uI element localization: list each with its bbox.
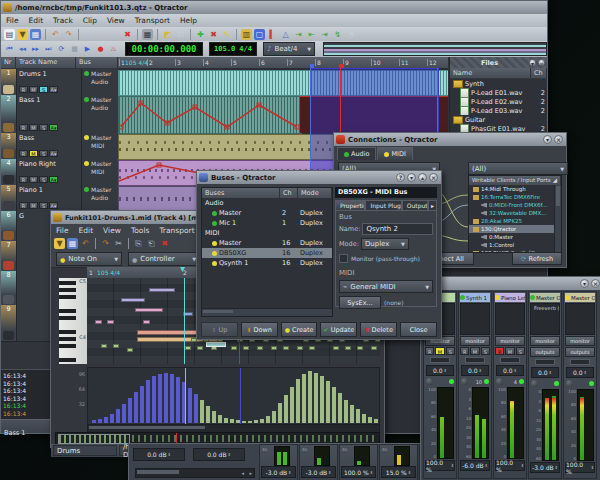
mixer-close-icon[interactable]: × — [591, 279, 600, 288]
midi-note[interactable] — [95, 320, 102, 324]
velocity-bar[interactable] — [224, 418, 228, 423]
file-item[interactable]: Guitar — [450, 115, 547, 124]
track-row[interactable]: 2Bass 1RMSA▾MasterAudio — [1, 95, 118, 134]
velocity-bar[interactable] — [290, 387, 294, 423]
strip-s-button[interactable]: S — [446, 347, 455, 355]
track-s-button[interactable]: S — [39, 124, 48, 131]
strip-r-button[interactable]: R — [460, 347, 469, 355]
editor-delete-icon[interactable]: ✖ — [159, 238, 170, 249]
editor-open-file-icon[interactable]: ▼ — [54, 238, 65, 249]
strip-s-button[interactable]: S — [481, 347, 490, 355]
pan-slider[interactable] — [465, 357, 485, 363]
gain-spinbox[interactable]: 0.0⬍ — [496, 365, 524, 376]
midi-instrument-combo[interactable]: ⌁ General MIDI▼ — [339, 280, 433, 293]
monitor-button[interactable]: monitor — [565, 336, 595, 346]
connection-node[interactable]: 0:Master — [469, 233, 561, 241]
piano-keyboard[interactable]: C5 C4 — [59, 278, 87, 364]
velocity-bar[interactable] — [122, 404, 126, 423]
editor-menu-view[interactable]: View — [98, 225, 126, 236]
bus-row[interactable]: Qsynth 116Duplex — [202, 258, 332, 268]
velocity-bar[interactable] — [206, 406, 210, 423]
pan-slider[interactable] — [500, 357, 520, 363]
black-key[interactable] — [59, 295, 76, 299]
audio-clip-bass[interactable] — [118, 96, 302, 134]
velocity-bar[interactable] — [308, 371, 312, 423]
velocity-bar[interactable] — [98, 419, 102, 423]
pan-slider[interactable] — [430, 357, 450, 363]
velocity-bar[interactable] — [104, 417, 108, 423]
mixer-strip-bottom[interactable]: 40-3.0 dB⬍ — [299, 444, 338, 480]
sysex-button[interactable]: SysEx... — [339, 296, 381, 309]
track-s-button[interactable]: S — [39, 176, 48, 183]
paste-icon[interactable]: ⎗ — [109, 29, 120, 40]
midi-note[interactable] — [113, 344, 119, 348]
gain-spinbox[interactable]: 0.0 dB⬍ — [133, 448, 185, 461]
track-s-button[interactable]: S — [39, 86, 48, 93]
track-r-button[interactable]: R — [19, 176, 28, 183]
connections-filter-right[interactable]: (All)▼ — [468, 162, 568, 175]
editor-menu-edit[interactable]: Edit — [74, 225, 99, 236]
drum-note[interactable] — [231, 346, 237, 350]
track-r-button[interactable]: R — [19, 202, 28, 209]
bus-list-hscrollbar[interactable] — [202, 308, 332, 316]
bus-row[interactable]: Master16Duplex — [202, 238, 332, 248]
editor-menu-file[interactable]: File — [51, 225, 74, 236]
delete-icon[interactable]: ✖ — [122, 29, 133, 40]
loop-set-icon[interactable]: ⇥ — [293, 29, 304, 40]
buses-help-icon[interactable]: ? — [396, 173, 405, 182]
pan-knob[interactable] — [531, 380, 538, 387]
redo-icon[interactable]: ↷ — [63, 29, 74, 40]
track-row[interactable]: 5Piano 1RMSA▾MasterAudio — [1, 185, 118, 212]
main-menu-edit[interactable]: Edit — [24, 15, 49, 26]
connection-node[interactable]: 32:Wavetable DMX... — [469, 209, 561, 217]
velocity-bar[interactable] — [272, 411, 276, 423]
mixer-strip[interactable]: Master OuFreeverb (monitoroutputs0.0⬍036… — [528, 291, 562, 479]
main-menu-view[interactable]: View — [102, 15, 130, 26]
editor-save-file-icon[interactable]: ▦ — [67, 238, 78, 249]
velocity-bar[interactable] — [140, 386, 144, 423]
connections-close-icon[interactable]: × — [554, 135, 563, 144]
connections-tab-midi[interactable]: MIDI — [377, 147, 412, 160]
velocity-bar[interactable] — [338, 393, 342, 423]
strip-value-spinbox[interactable]: 100.0 %⬍ — [341, 466, 376, 478]
velocity-bar[interactable] — [332, 387, 336, 423]
monitor-button[interactable]: monitor — [495, 336, 525, 346]
bus-row[interactable]: Audio — [202, 198, 332, 208]
tempo-display[interactable]: 105.0 4/4 — [209, 42, 257, 56]
undo-icon[interactable]: ↶ — [50, 29, 61, 40]
refresh-button[interactable]: ⟳ Refresh — [512, 252, 562, 265]
black-key[interactable] — [59, 309, 76, 313]
editor-cut-icon[interactable]: ✂ — [113, 238, 124, 249]
bus-row[interactable]: Mic 11Duplex — [202, 218, 332, 228]
velocity-bar[interactable] — [266, 416, 270, 423]
editor-redo-icon[interactable]: ↷ — [100, 238, 111, 249]
velocity-bar[interactable] — [164, 373, 168, 423]
strip-value-spinbox[interactable]: 100.0 %⬍ — [425, 460, 455, 471]
drum-note[interactable] — [257, 346, 263, 350]
velocity-bar[interactable] — [362, 414, 366, 423]
drum-note[interactable] — [297, 346, 303, 350]
velocity-bar[interactable] — [344, 400, 348, 423]
strip-r-button[interactable]: R — [495, 347, 504, 355]
midi-note[interactable] — [121, 298, 145, 302]
black-key[interactable] — [59, 358, 76, 362]
midi-note[interactable] — [149, 288, 175, 292]
velocity-bar[interactable] — [374, 419, 378, 423]
strip-m-button[interactable]: M — [505, 347, 514, 355]
strip-value-spinbox[interactable]: -3.0 dB⬍ — [261, 466, 296, 478]
strip-value-spinbox[interactable]: -3.0 dB⬍ — [301, 466, 336, 478]
plugin-list[interactable] — [495, 303, 525, 335]
track-add-icon[interactable]: ✚ — [195, 29, 206, 40]
plugin-list[interactable]: Freeverb ( — [530, 303, 560, 335]
bus-row[interactable]: Master2Duplex — [202, 208, 332, 218]
drum-note[interactable] — [185, 346, 191, 350]
gain-spinbox[interactable]: 0.0 dB⬍ — [193, 448, 245, 461]
midi-note[interactable] — [127, 348, 133, 352]
connection-node[interactable]: 0:MIDI-Front DMX6f... — [469, 201, 561, 209]
strip-value-spinbox[interactable]: 100.0 %⬍ — [565, 462, 595, 473]
connections-vscrollbar[interactable] — [554, 185, 561, 252]
gain-spinbox[interactable]: 0.0⬍ — [531, 367, 559, 378]
track-a-button[interactable]: A▾ — [49, 124, 58, 131]
track-edit-icon[interactable]: ✎ — [221, 29, 232, 40]
mixer-strip-bottom[interactable]: 40-3.0 dB⬍ — [259, 444, 298, 480]
